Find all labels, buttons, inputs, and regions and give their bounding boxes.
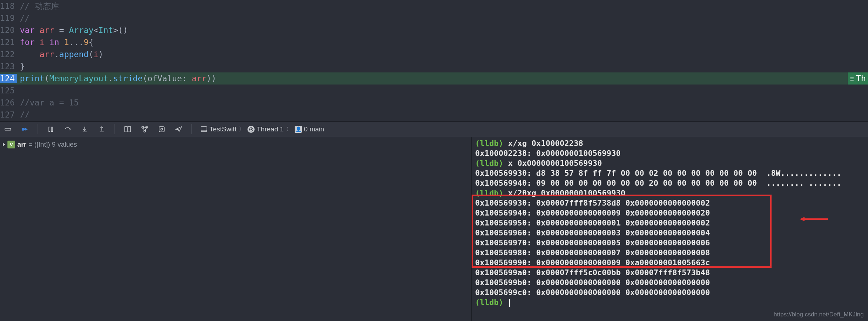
code-content[interactable]: for i in 1...9{	[17, 38, 94, 47]
code-content[interactable]: //	[17, 13, 30, 23]
chevron-icon: 〉	[286, 125, 293, 134]
code-line[interactable]: 124print(MemoryLayout.stride(ofValue: ar…	[0, 72, 868, 85]
cursor	[509, 299, 510, 307]
code-line[interactable]: 120var arr = Array<Int>()	[0, 24, 868, 36]
svg-rect-15	[159, 127, 165, 132]
svg-rect-7	[125, 127, 127, 132]
variable-row[interactable]: V arr = ([Int]) 9 values	[3, 139, 468, 150]
code-line[interactable]: 122 arr.append(i)	[0, 48, 868, 60]
lldb-output-line: 0x100569930: 0x00007fff8f5738d8 0x000000…	[475, 198, 864, 208]
memory-graph-button[interactable]	[140, 125, 149, 134]
lldb-output-line: 0x1005699a0: 0x00007fff5c0c00bb 0x00007f…	[475, 268, 864, 278]
breadcrumb-thread[interactable]: Thread 1	[257, 125, 284, 133]
toggle-breakpoints-button[interactable]	[4, 125, 12, 134]
pause-button[interactable]	[46, 125, 55, 134]
code-line[interactable]: 121for i in 1...9{	[0, 36, 868, 48]
lldb-output-line: 0x100569940: 09 00 00 00 00 00 00 00 20 …	[475, 178, 864, 188]
code-line[interactable]: 125	[0, 85, 868, 97]
breadcrumb-project[interactable]: TestSwift	[210, 125, 237, 133]
code-line[interactable]: 127//	[0, 109, 868, 121]
lldb-output-line: 0x100569980: 0x0000000000000007 0x000000…	[475, 248, 864, 258]
breadcrumb-frame[interactable]: 0 main	[304, 125, 324, 133]
thread-icon: ⦿	[247, 126, 255, 133]
line-number[interactable]: 123	[0, 62, 17, 71]
disclosure-icon[interactable]	[3, 143, 5, 146]
svg-rect-1	[49, 127, 50, 132]
code-content[interactable]: //	[17, 110, 30, 119]
svg-rect-8	[128, 127, 130, 132]
debug-panels: V arr = ([Int]) 9 values (lldb) x/xg 0x1…	[0, 137, 868, 321]
line-number[interactable]: 127	[0, 110, 17, 119]
lldb-output-line: 0x1005699c0: 0x0000000000000000 0x000000…	[475, 288, 864, 298]
code-content[interactable]: arr.append(i)	[17, 50, 103, 59]
code-editor[interactable]: 118// 动态库119//120var arr = Array<Int>()1…	[0, 0, 868, 121]
svg-rect-2	[51, 127, 53, 132]
debug-view-button[interactable]	[123, 125, 132, 134]
lldb-prompt-line[interactable]: (lldb)	[475, 298, 864, 308]
line-number[interactable]: 126	[0, 98, 17, 107]
code-content[interactable]: var arr = Array<Int>()	[17, 26, 128, 35]
lldb-prompt-line[interactable]: (lldb) x/xg 0x100002238	[475, 138, 864, 148]
lldb-output-line: 0x100569990: 0x0000000000000009 0xa00000…	[475, 258, 864, 268]
line-number[interactable]: 125	[0, 86, 17, 95]
continue-button[interactable]	[21, 125, 29, 134]
code-line[interactable]: 118// 动态库	[0, 0, 868, 12]
lldb-prompt-line[interactable]: (lldb) x 0x0000000100569930	[475, 158, 864, 168]
step-over-button[interactable]	[63, 125, 72, 134]
variable-name: arr	[17, 141, 26, 148]
lldb-output-line: 0x1005699b0: 0x0000000000000000 0x000000…	[475, 278, 864, 288]
line-number[interactable]: 118	[0, 1, 17, 11]
lldb-output-line: 0x100569930: d8 38 57 8f ff 7f 00 00 02 …	[475, 168, 864, 178]
code-line[interactable]: 126//var a = 15	[0, 97, 868, 109]
environment-overrides-button[interactable]	[157, 125, 166, 134]
variable-type: ([Int])	[34, 141, 50, 148]
variable-summary: 9 values	[52, 141, 77, 148]
code-content[interactable]: //var a = 15	[17, 98, 79, 107]
debug-breadcrumb[interactable]: TestSwift 〉 ⦿ Thread 1 〉 👤 0 main	[200, 125, 324, 134]
line-number[interactable]: 122	[0, 50, 17, 59]
step-into-button[interactable]	[80, 125, 89, 134]
line-number[interactable]: 124	[0, 74, 17, 83]
lldb-prompt-line[interactable]: (lldb) x/20xg 0x0000000100569930	[475, 188, 864, 198]
svg-point-16	[161, 128, 163, 130]
execution-pointer-badge: ≡Th	[848, 72, 868, 85]
watermark: https://blog.csdn.net/Deft_MKJing	[774, 311, 864, 318]
line-number[interactable]: 120	[0, 26, 17, 35]
code-line[interactable]: 123}	[0, 60, 868, 72]
svg-rect-0	[5, 128, 11, 130]
svg-rect-17	[201, 127, 207, 131]
frame-icon: 👤	[295, 126, 302, 133]
location-button[interactable]	[174, 125, 183, 134]
chevron-icon: 〉	[239, 125, 245, 134]
code-content[interactable]: // 动态库	[17, 1, 59, 12]
project-icon	[200, 126, 207, 133]
lldb-output-line: 0x100569950: 0x0000000000000001 0x000000…	[475, 218, 864, 228]
lldb-output-line: 0x100002238: 0x0000000100569930	[475, 148, 864, 158]
lldb-output-line: 0x100569960: 0x0000000000000003 0x000000…	[475, 228, 864, 238]
code-content[interactable]: print(MemoryLayout.stride(ofValue: arr))	[17, 74, 216, 83]
step-out-button[interactable]	[98, 125, 106, 134]
line-number[interactable]: 121	[0, 38, 17, 47]
lldb-console[interactable]: (lldb) x/xg 0x1000022380x100002238: 0x00…	[472, 137, 868, 321]
variable-kind-badge: V	[7, 141, 15, 148]
debug-toolbar: TestSwift 〉 ⦿ Thread 1 〉 👤 0 main	[0, 121, 868, 137]
code-line[interactable]: 119//	[0, 12, 868, 24]
line-number[interactable]: 119	[0, 13, 17, 23]
code-content[interactable]: }	[17, 62, 25, 71]
lldb-output-line: 0x100569970: 0x0000000000000005 0x000000…	[475, 238, 864, 248]
lldb-output-line: 0x100569940: 0x0000000000000009 0x000000…	[475, 208, 864, 218]
variables-panel[interactable]: V arr = ([Int]) 9 values	[0, 137, 472, 321]
